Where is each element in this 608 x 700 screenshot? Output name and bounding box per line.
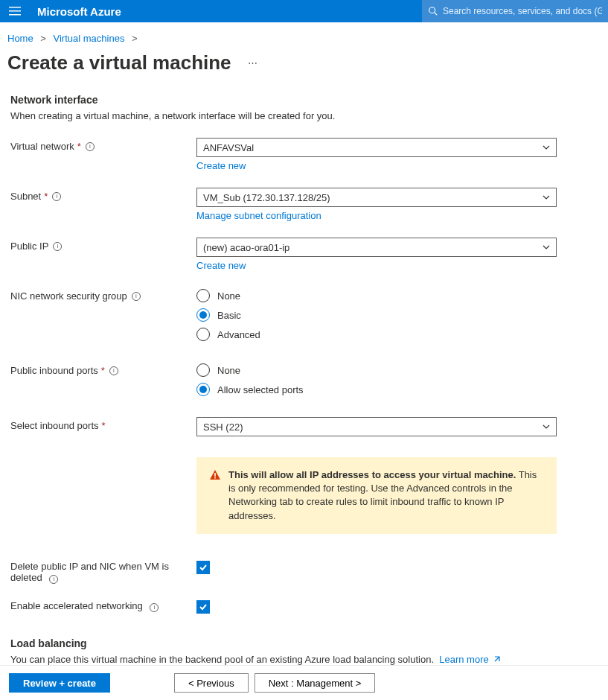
nsg-advanced-label: Advanced bbox=[217, 329, 260, 340]
inbound-none-label: None bbox=[217, 365, 240, 376]
svg-line-4 bbox=[435, 13, 438, 16]
svg-rect-0 bbox=[9, 7, 21, 8]
subnet-value: VM_Sub (172.30.137.128/25) bbox=[203, 192, 543, 203]
load-balancing-desc: You can place this virtual machine in th… bbox=[10, 654, 434, 665]
radio-icon bbox=[196, 383, 210, 396]
select-inbound-ports-value: SSH (22) bbox=[203, 421, 543, 433]
nsg-advanced-radio[interactable]: Advanced bbox=[196, 328, 557, 341]
required-indicator: * bbox=[102, 420, 106, 431]
nsg-none-radio[interactable]: None bbox=[196, 289, 557, 302]
info-icon[interactable]: i bbox=[49, 575, 58, 584]
breadcrumb: Home > Virtual machines > bbox=[0, 22, 608, 48]
network-interface-desc: When creating a virtual machine, a netwo… bbox=[10, 110, 598, 121]
more-actions-icon[interactable]: ⋯ bbox=[248, 57, 257, 69]
public-ip-value: (new) acao-ora01-ip bbox=[203, 242, 543, 253]
subnet-label: Subnet bbox=[10, 191, 41, 202]
subnet-dropdown[interactable]: VM_Sub (172.30.137.128/25) bbox=[196, 188, 557, 207]
radio-icon bbox=[196, 328, 210, 341]
accel-net-label: Enable accelerated networking bbox=[10, 600, 143, 611]
select-inbound-ports-dropdown[interactable]: SSH (22) bbox=[196, 417, 557, 436]
required-indicator: * bbox=[101, 365, 105, 376]
chevron-down-icon bbox=[543, 194, 550, 201]
radio-icon bbox=[196, 308, 210, 322]
select-inbound-ports-label: Select inbound ports bbox=[10, 420, 99, 431]
info-icon[interactable]: i bbox=[109, 366, 118, 375]
previous-button[interactable]: < Previous bbox=[174, 673, 249, 693]
radio-icon bbox=[196, 363, 210, 377]
breadcrumb-virtual-machines[interactable]: Virtual machines bbox=[54, 33, 125, 44]
info-icon[interactable]: i bbox=[52, 192, 61, 201]
review-create-button[interactable]: Review + create bbox=[9, 673, 110, 693]
svg-rect-5 bbox=[214, 473, 216, 477]
required-indicator: * bbox=[44, 191, 48, 202]
public-inbound-ports-label: Public inbound ports bbox=[10, 365, 98, 376]
nic-nsg-radio-group: None Basic Advanced bbox=[196, 287, 557, 341]
inbound-allow-label: Allow selected ports bbox=[217, 384, 304, 395]
menu-icon[interactable] bbox=[0, 0, 30, 22]
breadcrumb-home[interactable]: Home bbox=[7, 33, 33, 44]
inbound-ports-warning: This will allow all IP addresses to acce… bbox=[196, 457, 557, 534]
external-link-icon bbox=[493, 656, 500, 664]
chevron-down-icon bbox=[543, 144, 550, 151]
nic-nsg-label: NIC network security group bbox=[10, 290, 127, 302]
warning-icon bbox=[209, 469, 221, 481]
global-search[interactable] bbox=[422, 0, 608, 22]
public-ip-label: Public IP bbox=[10, 241, 48, 252]
virtual-network-value: ANFAVSVal bbox=[203, 142, 543, 153]
wizard-footer: Review + create < Previous Next : Manage… bbox=[0, 665, 608, 700]
radio-icon bbox=[196, 289, 210, 302]
check-icon bbox=[199, 563, 208, 572]
manage-subnet-link[interactable]: Manage subnet configuration bbox=[196, 210, 321, 221]
svg-rect-1 bbox=[9, 10, 21, 12]
create-new-public-ip-link[interactable]: Create new bbox=[196, 260, 246, 271]
search-icon bbox=[428, 6, 438, 16]
create-new-vnet-link[interactable]: Create new bbox=[196, 160, 246, 171]
chevron-right-icon: > bbox=[127, 33, 142, 44]
inbound-allow-radio[interactable]: Allow selected ports bbox=[196, 383, 557, 396]
svg-point-3 bbox=[429, 7, 435, 13]
accel-net-checkbox[interactable] bbox=[196, 600, 210, 614]
chevron-right-icon: > bbox=[36, 33, 51, 44]
learn-more-link[interactable]: Learn more bbox=[439, 654, 500, 665]
check-icon bbox=[199, 602, 208, 611]
chevron-down-icon bbox=[543, 423, 550, 430]
public-ip-dropdown[interactable]: (new) acao-ora01-ip bbox=[196, 238, 557, 257]
page-title: Create a virtual machine bbox=[7, 51, 231, 74]
load-balancing-heading: Load balancing bbox=[10, 637, 598, 649]
next-button[interactable]: Next : Management > bbox=[255, 673, 376, 693]
info-icon[interactable]: i bbox=[53, 242, 62, 251]
required-indicator: * bbox=[77, 141, 81, 152]
network-interface-heading: Network interface bbox=[10, 94, 598, 106]
top-bar: Microsoft Azure bbox=[0, 0, 608, 22]
info-icon[interactable]: i bbox=[86, 142, 95, 151]
inbound-ports-radio-group: None Allow selected ports bbox=[196, 362, 557, 396]
nsg-none-label: None bbox=[217, 290, 240, 302]
nsg-basic-radio[interactable]: Basic bbox=[196, 308, 557, 322]
chevron-down-icon bbox=[543, 244, 550, 251]
nsg-basic-label: Basic bbox=[217, 310, 241, 321]
virtual-network-label: Virtual network bbox=[10, 141, 74, 152]
delete-ip-nic-checkbox[interactable] bbox=[196, 561, 210, 574]
brand-label: Microsoft Azure bbox=[30, 5, 121, 18]
svg-rect-2 bbox=[9, 14, 21, 16]
inbound-none-radio[interactable]: None bbox=[196, 363, 557, 377]
warning-bold-text: This will allow all IP addresses to acce… bbox=[228, 469, 516, 480]
virtual-network-dropdown[interactable]: ANFAVSVal bbox=[196, 138, 557, 157]
info-icon[interactable]: i bbox=[150, 603, 159, 612]
svg-rect-6 bbox=[214, 477, 216, 479]
search-input[interactable] bbox=[438, 6, 602, 16]
delete-ip-nic-label: Delete public IP and NIC when VM is dele… bbox=[10, 561, 169, 583]
info-icon[interactable]: i bbox=[132, 292, 141, 301]
